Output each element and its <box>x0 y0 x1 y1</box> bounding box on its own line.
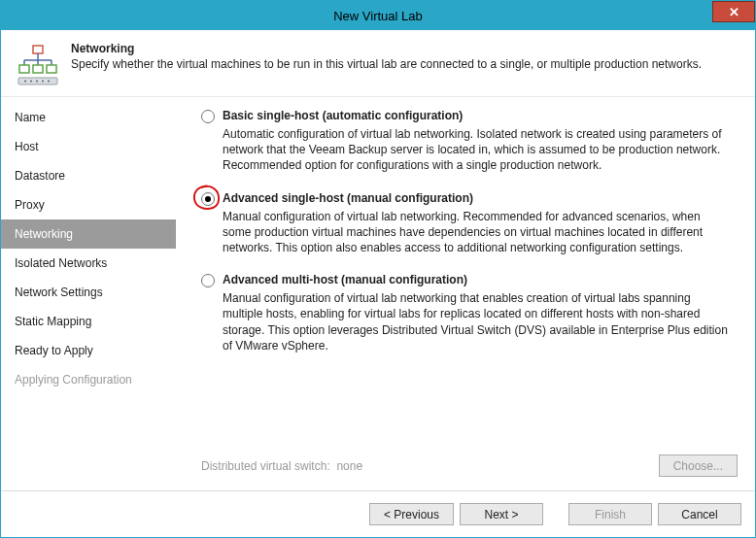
header-text: Networking Specify whether the virtual m… <box>71 42 702 88</box>
option-desc: Automatic configuration of virtual lab n… <box>223 126 728 174</box>
close-button[interactable]: ✕ <box>712 1 755 22</box>
sidebar-item-ready-to-apply[interactable]: Ready to Apply <box>1 336 176 365</box>
cancel-button[interactable]: Cancel <box>658 503 741 525</box>
svg-point-11 <box>30 81 32 83</box>
next-button[interactable]: Next > <box>460 503 543 525</box>
sidebar-item-host[interactable]: Host <box>1 132 176 161</box>
wizard-header: Networking Specify whether the virtual m… <box>1 30 755 97</box>
svg-rect-0 <box>33 46 43 53</box>
sidebar-item-isolated-networks[interactable]: Isolated Networks <box>1 249 176 278</box>
sidebar-item-networking[interactable]: Networking <box>1 219 176 249</box>
option-desc: Manual configuration of virtual lab netw… <box>223 209 728 256</box>
sidebar-item-network-settings[interactable]: Network Settings <box>1 278 176 307</box>
page-subtitle: Specify whether the virtual machines to … <box>71 57 702 71</box>
option-title: Basic single-host (automatic configurati… <box>223 109 463 122</box>
finish-button[interactable]: Finish <box>568 503 652 525</box>
dvs-label: Distributed virtual switch: none <box>201 459 362 473</box>
option-basic-single-host: Basic single-host (automatic configurati… <box>201 109 738 174</box>
page-title: Networking <box>71 42 702 55</box>
dvs-value: none <box>336 459 362 473</box>
window-title: New Virtual Lab <box>333 9 423 23</box>
svg-rect-6 <box>19 65 29 73</box>
radio-advanced-multi-host[interactable] <box>201 274 215 287</box>
sidebar-item-proxy[interactable]: Proxy <box>1 190 176 219</box>
svg-rect-8 <box>47 65 56 73</box>
dvs-row: Distributed virtual switch: none Choose.… <box>201 454 738 477</box>
sidebar-item-static-mapping[interactable]: Static Mapping <box>1 307 176 336</box>
titlebar: New Virtual Lab ✕ <box>1 1 755 30</box>
svg-point-12 <box>36 81 38 83</box>
close-icon: ✕ <box>729 5 739 19</box>
sidebar-item-applying-configuration: Applying Configuration <box>1 365 176 394</box>
option-title: Advanced single-host (manual configurati… <box>223 191 473 205</box>
sidebar-item-datastore[interactable]: Datastore <box>1 161 176 190</box>
option-title: Advanced multi-host (manual configuratio… <box>223 273 467 286</box>
wizard-footer: < Previous Next > Finish Cancel <box>1 490 755 537</box>
networking-icon <box>15 42 61 88</box>
wizard-body: Name Host Datastore Proxy Networking Iso… <box>1 97 755 490</box>
option-advanced-multi-host: Advanced multi-host (manual configuratio… <box>201 273 738 353</box>
previous-button[interactable]: < Previous <box>369 503 454 525</box>
svg-point-10 <box>24 81 26 83</box>
option-advanced-single-host: Advanced single-host (manual configurati… <box>201 191 738 256</box>
option-desc: Manual configuration of virtual lab netw… <box>223 290 728 353</box>
wizard-window: New Virtual Lab ✕ <box>0 0 756 538</box>
svg-point-13 <box>42 81 44 83</box>
wizard-steps-sidebar: Name Host Datastore Proxy Networking Iso… <box>1 97 176 490</box>
svg-point-14 <box>48 81 50 83</box>
radio-advanced-single-host[interactable] <box>201 192 215 206</box>
sidebar-item-name[interactable]: Name <box>1 103 176 132</box>
wizard-content: Basic single-host (automatic configurati… <box>176 97 755 490</box>
svg-rect-7 <box>33 65 43 73</box>
radio-basic-single-host[interactable] <box>201 110 215 123</box>
choose-button[interactable]: Choose... <box>659 454 738 477</box>
